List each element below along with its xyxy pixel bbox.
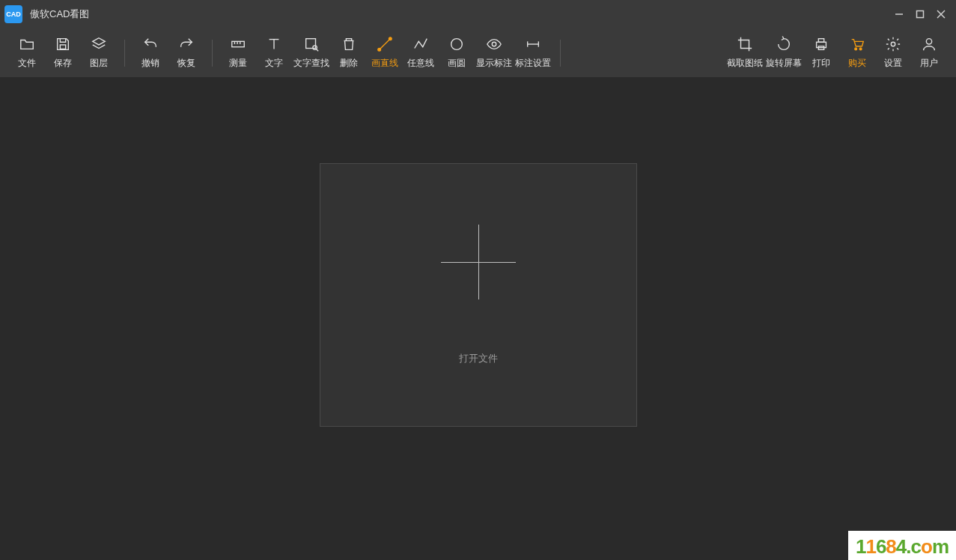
search-text-icon	[303, 36, 320, 52]
print-button[interactable]: 打印	[803, 31, 839, 76]
line-button[interactable]: 画直线	[367, 31, 403, 76]
redo-button[interactable]: 恢复	[168, 31, 204, 76]
buy-label: 购买	[848, 57, 866, 70]
dimension-icon	[525, 36, 541, 52]
crop-button[interactable]: 截取图纸	[725, 31, 764, 76]
save-button[interactable]: 保存	[45, 31, 81, 76]
crop-label: 截取图纸	[727, 57, 763, 70]
measure-button[interactable]: 测量	[220, 31, 256, 76]
circle-label: 画圆	[448, 57, 466, 70]
polyline-label: 任意线	[407, 57, 434, 70]
find-text-label: 文字查找	[293, 57, 329, 70]
maximize-button[interactable]	[910, 4, 931, 25]
canvas-area: 打开文件	[0, 77, 956, 560]
svg-point-27	[891, 42, 895, 46]
svg-point-28	[926, 39, 931, 44]
svg-line-13	[316, 49, 318, 51]
circle-icon	[448, 36, 465, 52]
folder-icon	[19, 36, 35, 52]
svg-rect-23	[818, 39, 823, 43]
save-icon	[55, 36, 71, 52]
annotation-settings-button[interactable]: 标注设置	[514, 31, 552, 76]
svg-rect-5	[232, 41, 245, 46]
svg-rect-22	[817, 42, 826, 47]
svg-point-17	[451, 39, 463, 50]
layers-button[interactable]: 图层	[81, 31, 117, 76]
user-icon	[921, 36, 937, 52]
redo-label: 恢复	[177, 57, 195, 70]
ruler-icon	[230, 36, 246, 52]
trash-icon	[341, 36, 357, 52]
settings-label: 设置	[884, 57, 902, 70]
text-button[interactable]: 文字	[256, 31, 292, 76]
svg-point-25	[855, 48, 857, 50]
separator	[212, 40, 213, 67]
polyline-icon	[412, 36, 429, 52]
line-icon	[377, 36, 393, 52]
svg-rect-11	[306, 39, 316, 49]
circle-button[interactable]: 画圆	[439, 31, 475, 76]
app-icon: CAD	[4, 5, 22, 23]
layers-label: 图层	[90, 57, 108, 70]
find-text-button[interactable]: 文字查找	[292, 31, 331, 76]
app-title: 傲软CAD看图	[30, 7, 889, 21]
cart-icon	[849, 36, 865, 52]
open-file-label: 打开文件	[459, 352, 498, 365]
delete-button[interactable]: 删除	[331, 31, 367, 76]
file-button[interactable]: 文件	[9, 31, 45, 76]
annotation-settings-label: 标注设置	[515, 57, 551, 70]
rotate-button[interactable]: 旋转屏幕	[764, 31, 803, 76]
print-label: 打印	[812, 57, 830, 70]
watermark: 11684.com	[848, 531, 956, 560]
delete-label: 删除	[340, 57, 358, 70]
minimize-button[interactable]	[889, 4, 910, 25]
undo-label: 撤销	[141, 57, 159, 70]
window-controls	[889, 4, 952, 25]
separator	[124, 40, 125, 67]
gear-icon	[885, 36, 901, 52]
plus-icon	[441, 225, 516, 299]
buy-button[interactable]: 购买	[839, 31, 875, 76]
svg-point-18	[492, 42, 496, 46]
text-label: 文字	[265, 57, 283, 70]
svg-rect-4	[60, 45, 65, 49]
undo-icon	[142, 36, 159, 52]
show-annotations-label: 显示标注	[476, 57, 512, 70]
rotate-icon	[776, 36, 792, 52]
rotate-label: 旋转屏幕	[766, 57, 802, 70]
text-icon	[266, 36, 282, 52]
printer-icon	[813, 36, 829, 52]
separator	[560, 40, 561, 67]
user-label: 用户	[920, 57, 938, 70]
crop-icon	[737, 36, 753, 52]
file-label: 文件	[18, 57, 36, 70]
title-bar: CAD 傲软CAD看图	[0, 0, 956, 28]
toolbar: 文件 保存 图层 撤销 恢复 测量 文字 文字查找 删除 画直线 任意线	[0, 28, 956, 77]
svg-line-14	[380, 39, 391, 50]
svg-point-26	[859, 48, 862, 50]
settings-button[interactable]: 设置	[875, 31, 911, 76]
measure-label: 测量	[229, 57, 247, 70]
svg-point-15	[378, 49, 381, 52]
undo-button[interactable]: 撤销	[133, 31, 168, 76]
save-label: 保存	[54, 57, 72, 70]
show-annotations-button[interactable]: 显示标注	[475, 31, 514, 76]
user-button[interactable]: 用户	[911, 31, 947, 76]
svg-point-16	[389, 37, 392, 40]
eye-icon	[486, 36, 502, 52]
layers-icon	[91, 36, 107, 52]
line-label: 画直线	[371, 57, 398, 70]
redo-icon	[178, 36, 195, 52]
svg-rect-1	[917, 11, 924, 18]
polyline-button[interactable]: 任意线	[403, 31, 439, 76]
close-button[interactable]	[931, 4, 952, 25]
open-file-panel[interactable]: 打开文件	[320, 163, 637, 427]
